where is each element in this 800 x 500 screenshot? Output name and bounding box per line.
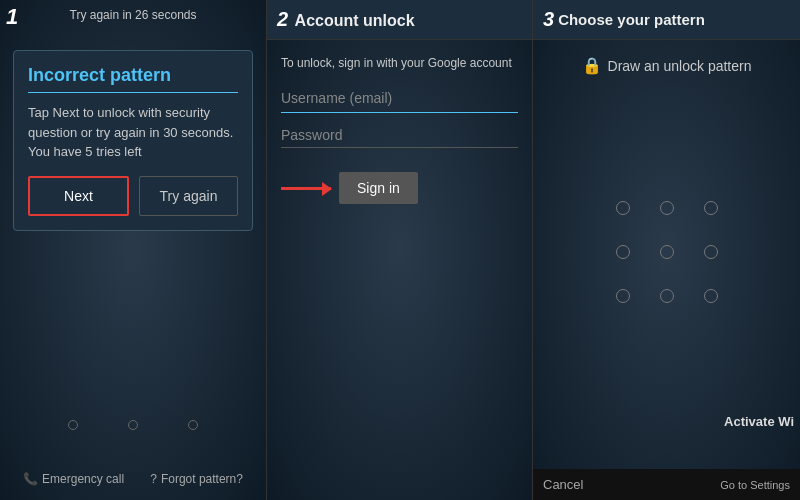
dot-2	[128, 420, 138, 430]
forgot-pattern-link[interactable]: ? Forgot pattern?	[150, 472, 243, 486]
bottom-bar-p1: 📞 Emergency call ? Forgot pattern?	[0, 472, 266, 486]
question-icon: ?	[150, 472, 157, 486]
dialog-body: Tap Next to unlock with security questio…	[28, 103, 238, 162]
dialog-buttons: Next Try again	[28, 176, 238, 216]
pattern-grid[interactable]	[596, 95, 738, 409]
pattern-dot-8[interactable]	[660, 289, 674, 303]
pattern-dot-3[interactable]	[704, 201, 718, 215]
panel-account-unlock: 2 Account unlock To unlock, sign in with…	[267, 0, 533, 500]
next-button[interactable]: Next	[28, 176, 129, 216]
phone-icon: 📞	[23, 472, 38, 486]
red-arrow-icon	[281, 187, 331, 190]
activate-wi-text: Activate Wi	[724, 414, 794, 429]
timer-text: Try again in 26 seconds	[70, 8, 197, 22]
pattern-dot-1[interactable]	[616, 201, 630, 215]
pattern-dot-5[interactable]	[660, 245, 674, 259]
p2-content: To unlock, sign in with your Google acco…	[267, 40, 532, 500]
cancel-button[interactable]: Cancel	[543, 477, 583, 492]
go-to-settings-link[interactable]: Go to Settings	[720, 479, 790, 491]
panel-3-number: 3	[543, 8, 554, 31]
dialog-title: Incorrect pattern	[28, 65, 238, 93]
lock-icon: 🔒	[582, 56, 602, 75]
pattern-dot-4[interactable]	[616, 245, 630, 259]
dialog-box: Incorrect pattern Tap Next to unlock wit…	[13, 50, 253, 231]
dot-3	[188, 420, 198, 430]
panel-1-number: 1	[6, 4, 18, 30]
pattern-dot-2[interactable]	[660, 201, 674, 215]
p3-header: 3 Choose your pattern	[533, 0, 800, 40]
pattern-dots-p1	[68, 420, 198, 430]
try-again-button[interactable]: Try again	[139, 176, 238, 216]
panel-incorrect-pattern: 1 Try again in 26 seconds Incorrect patt…	[0, 0, 267, 500]
p3-title: Choose your pattern	[558, 11, 705, 28]
sign-in-button[interactable]: Sign in	[339, 172, 418, 204]
panel-2-number: 2	[277, 8, 288, 30]
sign-in-row: Sign in	[281, 172, 518, 204]
p2-header: 2 Account unlock	[267, 0, 532, 40]
draw-label: 🔒 Draw an unlock pattern	[582, 56, 752, 75]
panel-choose-pattern: 3 Choose your pattern 🔒 Draw an unlock p…	[533, 0, 800, 500]
p3-bottom-bar: Cancel Go to Settings	[533, 469, 800, 500]
pattern-dot-7[interactable]	[616, 289, 630, 303]
username-input[interactable]	[281, 84, 518, 113]
p2-title: Account unlock	[295, 12, 415, 29]
password-label: Password	[281, 127, 342, 143]
p2-subtitle: To unlock, sign in with your Google acco…	[281, 56, 518, 70]
pattern-dot-6[interactable]	[704, 245, 718, 259]
p3-content: 🔒 Draw an unlock pattern	[533, 40, 800, 409]
emergency-call-link[interactable]: 📞 Emergency call	[23, 472, 124, 486]
dot-1	[68, 420, 78, 430]
pattern-dot-9[interactable]	[704, 289, 718, 303]
password-row: Password	[281, 127, 518, 148]
